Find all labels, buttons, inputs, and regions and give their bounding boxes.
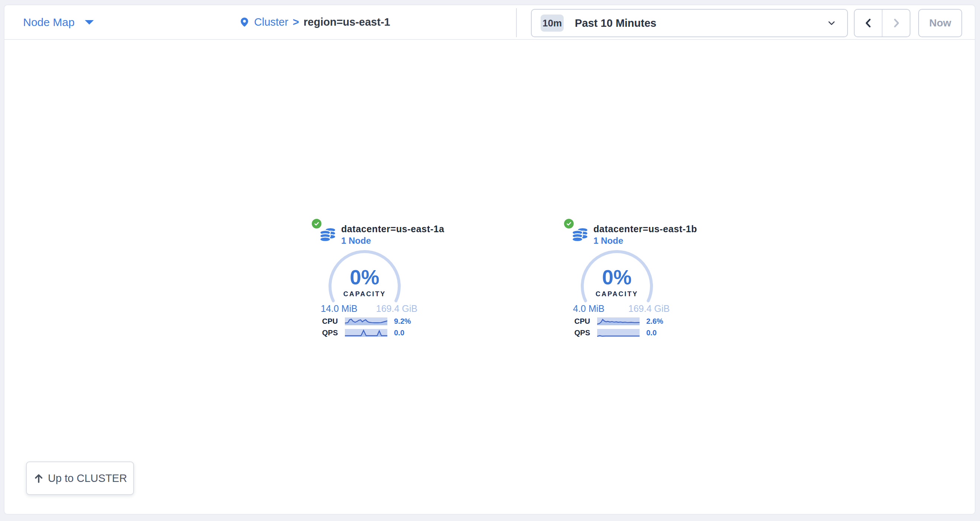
capacity-total: 169.4 GiB — [628, 303, 670, 314]
breadcrumb-current: region=us-east-1 — [304, 16, 390, 28]
time-range-badge: 10m — [541, 14, 564, 32]
capacity-range-row: 4.0 MiB 169.4 GiB — [573, 303, 670, 314]
database-icon — [320, 227, 336, 244]
map-pin-icon — [239, 16, 250, 28]
breadcrumb-cluster-link[interactable]: Cluster — [254, 16, 288, 28]
capacity-percentage: 0% — [305, 267, 424, 288]
metric-row: CPU 9.2% — [305, 317, 424, 325]
prev-time-button[interactable] — [854, 10, 883, 37]
metric-value: 2.6% — [646, 317, 663, 325]
metric-label: CPU — [318, 317, 338, 325]
breadcrumb-separator: > — [293, 16, 299, 28]
node-count: 1 Node — [593, 236, 623, 246]
datacenter-card[interactable]: datacenter=us-east-1b 1 Node 0% CAPACITY… — [557, 218, 676, 345]
database-icon — [572, 227, 589, 244]
up-to-cluster-button[interactable]: Up to CLUSTER — [26, 462, 134, 495]
metric-label: QPS — [571, 329, 590, 337]
chevron-right-icon — [891, 17, 902, 29]
chevron-left-icon — [863, 17, 874, 29]
node-map-panel: Node Map Cluster > region=us-east-1 10m … — [4, 5, 975, 515]
check-circle-icon — [563, 218, 575, 229]
capacity-range-row: 14.0 MiB 169.4 GiB — [321, 303, 417, 314]
metric-sparkline — [345, 329, 387, 337]
capacity-used: 4.0 MiB — [573, 303, 605, 314]
caret-down-icon — [85, 20, 94, 25]
node-map-screen: Node Map Cluster > region=us-east-1 10m … — [0, 0, 980, 521]
metric-sparkline — [597, 329, 640, 337]
up-to-cluster-label: Up to CLUSTER — [48, 472, 127, 484]
metric-row: QPS 0.0 — [305, 329, 424, 337]
metric-value: 9.2% — [394, 317, 411, 325]
now-button[interactable]: Now — [918, 9, 962, 37]
capacity-used: 14.0 MiB — [321, 303, 358, 314]
capacity-percentage: 0% — [557, 267, 676, 288]
view-selector[interactable]: Node Map — [23, 5, 94, 39]
metric-row: QPS 0.0 — [557, 329, 676, 337]
datacenter-name: datacenter=us-east-1a — [341, 224, 444, 234]
chevron-down-icon — [826, 18, 837, 28]
arrow-up-icon — [33, 473, 44, 484]
capacity-total: 169.4 GiB — [376, 303, 417, 314]
metric-value: 0.0 — [394, 329, 404, 337]
time-range-label: Past 10 Minutes — [575, 17, 656, 29]
metric-label: QPS — [318, 329, 338, 337]
metric-row: CPU 2.6% — [557, 317, 676, 325]
breadcrumb: Cluster > region=us-east-1 — [239, 5, 390, 39]
time-range-dropdown[interactable]: 10m Past 10 Minutes — [531, 9, 848, 37]
datacenter-name: datacenter=us-east-1b — [593, 224, 697, 234]
capacity-caption: CAPACITY — [305, 291, 424, 297]
metric-label: CPU — [571, 317, 590, 325]
next-time-button[interactable] — [883, 10, 910, 37]
metric-value: 0.0 — [646, 329, 657, 337]
capacity-caption: CAPACITY — [557, 291, 676, 297]
check-circle-icon — [311, 218, 323, 229]
time-pager — [854, 9, 910, 37]
node-count: 1 Node — [341, 236, 371, 246]
datacenter-card[interactable]: datacenter=us-east-1a 1 Node 0% CAPACITY… — [305, 218, 424, 345]
view-selector-label: Node Map — [23, 16, 75, 29]
metric-sparkline — [345, 317, 387, 325]
header-bar: Node Map Cluster > region=us-east-1 10m … — [5, 5, 975, 40]
header-divider — [516, 8, 517, 37]
metric-sparkline — [597, 317, 640, 325]
